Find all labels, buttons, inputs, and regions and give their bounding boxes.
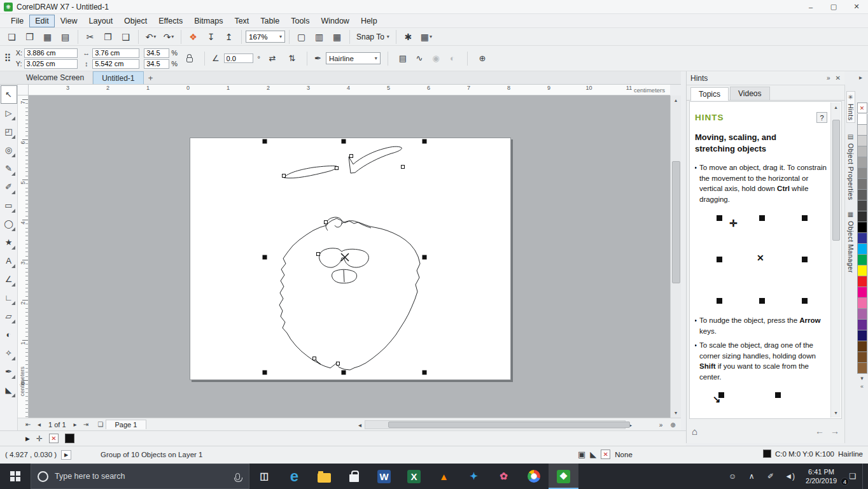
taskbar-app-button[interactable]: W [369,464,399,489]
help-button[interactable]: ? [816,112,827,123]
color-swatch[interactable] [857,298,867,309]
menu-item[interactable]: Help [355,15,383,27]
color-swatch[interactable] [857,136,867,146]
hints-scroll-thumb[interactable] [832,120,840,241]
clock[interactable]: 6:41 PM 2/20/2019 [799,467,843,485]
scroll-down-button[interactable]: ▾ [834,408,837,418]
docker-tab-object-properties[interactable]: ▤ Object Properties [847,133,855,201]
hints-back-button[interactable]: ← [815,426,824,436]
color-swatch[interactable] [857,168,867,179]
artistic-media-tool[interactable]: ✐ [1,178,17,196]
scroll-up-button[interactable]: ▴ [834,103,837,112]
color-swatch[interactable] [857,233,867,244]
polygon-tool[interactable]: ★ [1,233,17,252]
palette-scroll-down-button[interactable]: ▾ [860,374,864,382]
freehand-tool[interactable]: ✎ [1,159,17,178]
color-swatch[interactable] [857,190,867,201]
zoom-level-input[interactable] [249,32,277,41]
hints-scrollbar[interactable]: ▴ ▾ [830,103,841,418]
start-button[interactable] [0,464,31,489]
object-height-input[interactable] [92,59,139,69]
microphone-icon[interactable] [235,473,240,480]
menu-item[interactable]: Text [228,15,255,27]
color-swatch[interactable] [857,146,867,157]
rectangle-tool[interactable]: ▭ [1,196,17,215]
tab-topics[interactable]: Topics [690,87,729,101]
first-page-button[interactable]: ⇤ [23,420,34,430]
taskbar-app-button[interactable]: ◫ [249,464,279,489]
color-swatch[interactable] [857,320,867,330]
outline-color-swatch[interactable] [763,450,771,458]
color-swatch[interactable] [857,341,867,352]
color-swatch[interactable] [857,157,867,168]
snap-to-dropdown[interactable]: Snap To ▾ [354,31,392,43]
horizontal-scroll-thumb[interactable] [388,422,630,428]
tab-videos[interactable]: Videos [730,87,769,100]
menu-item[interactable]: Window [315,15,354,27]
page-tab[interactable]: Page 1 [106,420,147,429]
black-color-well[interactable] [65,434,74,443]
docker-tab-object-manager[interactable]: ▦ Object Manager [847,211,855,273]
navigator-flyout-button[interactable]: » [655,420,666,430]
fill-color-icon[interactable]: ◣ [590,450,596,459]
pick-tool[interactable]: ↖ [1,85,17,104]
color-swatch[interactable] [857,266,867,276]
fill-none-swatch[interactable]: ✕ [601,450,610,459]
vertical-scroll-thumb[interactable] [672,161,680,283]
new-document-tab-button[interactable]: + [144,71,158,84]
text-tool[interactable]: A [1,252,17,270]
action-center-icon[interactable]: ❏ 4 [843,464,862,489]
taskbar-app-button[interactable]: X [399,464,429,489]
ruler-origin[interactable] [18,85,29,96]
outline-width-combo[interactable]: Hairline ▾ [326,52,381,64]
color-swatch[interactable] [857,125,867,136]
show-desktop-button[interactable] [862,464,865,489]
document-properties-icon[interactable]: ▣ [578,450,585,459]
zoom-tool[interactable]: ◎ [1,141,17,159]
status-flyout-button[interactable]: ▶ [61,450,71,460]
taskbar-search[interactable]: Type here to search [31,464,249,489]
tab-untitled-1[interactable]: Untitled-1 [93,71,143,84]
menu-item[interactable]: Tools [285,15,315,27]
docker-expand-button[interactable]: » [827,74,830,82]
connector-tool[interactable]: ∟ [1,288,17,307]
maximize-button[interactable]: ▢ [822,0,845,13]
taskbar-app-button[interactable] [309,464,339,489]
lock-ratio-button[interactable] [182,52,197,66]
zoom-dropdown-button[interactable]: ▾ [279,34,282,39]
horizontal-scrollbar[interactable]: ◂ ▸ [355,420,635,430]
y-position-input[interactable] [24,59,78,69]
hints-home-button[interactable]: ⌂ [692,426,697,437]
previous-page-button[interactable]: ◂ [34,420,45,430]
color-swatch[interactable] [857,244,867,255]
taskbar-app-button[interactable]: ▲ [429,464,459,489]
taskbar-app-button[interactable] [339,464,369,489]
parallel-dimension-tool[interactable]: ∠ [1,270,17,288]
taskbar-app-button[interactable]: ✦ [459,464,489,489]
menu-item[interactable]: Edit [29,15,55,27]
last-page-button[interactable]: ⇥ [81,420,92,430]
object-width-input[interactable] [92,48,139,58]
no-color-swatch[interactable]: ✕ [857,103,867,113]
color-swatch[interactable] [857,255,867,266]
color-swatch[interactable] [857,309,867,320]
expand-dockers-icon[interactable]: ▸ [859,74,862,81]
menu-item[interactable]: Object [118,15,153,27]
taskbar-app-button[interactable]: e [279,464,309,489]
color-swatch[interactable] [857,352,867,363]
document-navigator-button[interactable]: ⊕ [668,420,678,430]
vertical-scrollbar[interactable]: ▴ ▾ [670,96,681,418]
quick-customize-button[interactable]: ⊕ [475,52,490,66]
menu-item[interactable]: File [5,15,29,27]
no-color-well[interactable]: ✕ [49,434,59,443]
menu-item[interactable]: Effects [153,15,188,27]
color-swatch[interactable] [857,211,867,222]
drop-shadow-tool[interactable]: ▱ [1,307,17,325]
rotation-angle-input[interactable] [224,53,253,63]
outline-pen-tool[interactable]: ✒ [1,362,17,381]
color-swatch[interactable] [857,179,867,190]
color-swatch[interactable] [857,114,867,125]
page[interactable] [190,138,511,380]
taskbar-app-button[interactable]: ✿ [489,464,519,489]
scroll-up-button[interactable]: ▴ [671,96,682,105]
